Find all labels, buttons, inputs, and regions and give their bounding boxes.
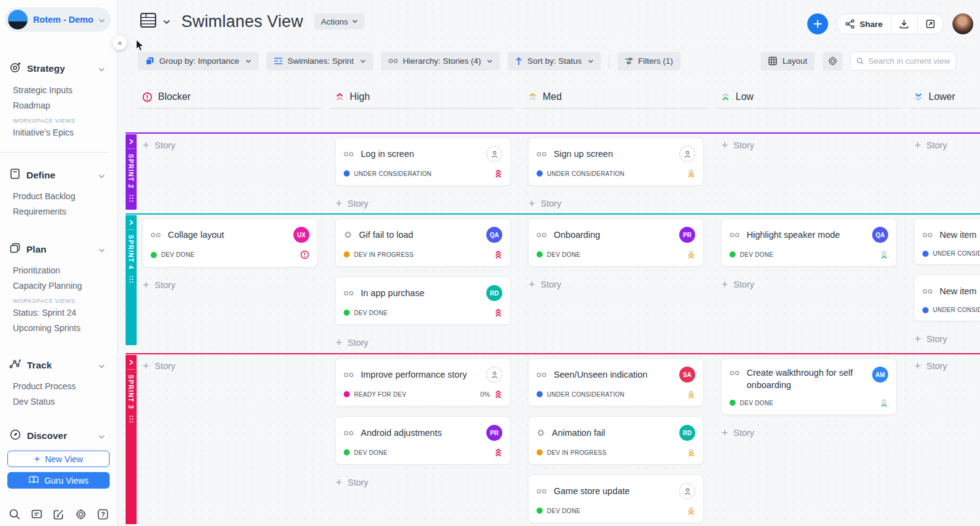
add-story-button[interactable]: +Story bbox=[528, 196, 704, 212]
card-create-walkthrough[interactable]: Create walkthrough for self onboarding A… bbox=[721, 358, 897, 415]
layout-button[interactable]: Layout bbox=[761, 52, 815, 71]
card-animation-fail[interactable]: Animation fail RD DEV IN PROGRESS bbox=[528, 416, 704, 465]
sidebar-item-dev-status[interactable]: Dev Status bbox=[13, 394, 117, 409]
swimlane-bar-sprint-4[interactable]: SPRINT 4 bbox=[126, 215, 137, 345]
card-in-app-purchase[interactable]: In app purchase RD DEV DONE bbox=[335, 276, 511, 325]
add-story-button[interactable]: +Story bbox=[914, 358, 980, 374]
assignee-avatar[interactable]: UX bbox=[293, 227, 309, 243]
card-game-store-update[interactable]: Game store update DEV DONE bbox=[528, 475, 704, 523]
sidebar-item-strategy[interactable]: Strategy bbox=[0, 59, 117, 78]
sidebar-item-roadmap[interactable]: Roadmap bbox=[13, 97, 117, 113]
card-new-item-1[interactable]: New item UNDER CONSIDERATION bbox=[914, 218, 980, 265]
add-story-button[interactable]: +Story bbox=[335, 196, 511, 212]
view-settings-button[interactable] bbox=[823, 52, 842, 71]
gear-icon[interactable] bbox=[74, 507, 88, 522]
group-by-chip[interactable]: Group by: Importance bbox=[138, 52, 258, 71]
chevron-down-icon bbox=[246, 59, 251, 63]
assignee-avatar[interactable]: SA bbox=[679, 367, 695, 383]
workspace-switcher[interactable]: Rotem - Demo bbox=[5, 7, 111, 32]
actions-button[interactable]: Actions bbox=[314, 13, 364, 29]
drag-handle-icon bbox=[129, 275, 134, 283]
card-improve-performance-story[interactable]: Improve performance story READY FOR DEV … bbox=[335, 358, 511, 406]
sidebar-item-status-sprint-24[interactable]: Status: Sprint 24 bbox=[13, 305, 117, 320]
status-dot bbox=[344, 391, 350, 397]
add-story-button[interactable]: +Story bbox=[914, 331, 980, 347]
swimlane-bar-sprint-2[interactable]: SPRINT 2 bbox=[126, 134, 137, 210]
view-type-icon[interactable] bbox=[140, 11, 157, 32]
share-button[interactable]: Share bbox=[837, 14, 891, 34]
sort-arrow-up-icon bbox=[515, 57, 522, 66]
sidebar-item-discover[interactable]: Discover bbox=[0, 426, 117, 446]
swimlane-sprint-2: SPRINT 2 +Story Log in screen UNDER CONS… bbox=[126, 132, 980, 213]
new-view-button[interactable]: + New View bbox=[7, 451, 110, 467]
hierarchy-chip[interactable]: Hierarchy: Stories (4) bbox=[381, 52, 500, 71]
priority-med-icon bbox=[687, 169, 695, 178]
add-story-button[interactable]: +Story bbox=[142, 358, 318, 374]
card-android-adjustments[interactable]: Android adjustments PR DEV DONE bbox=[335, 416, 511, 465]
sidebar-item-upcoming-sprints[interactable]: Upcoming Sprints bbox=[13, 320, 117, 335]
add-story-button[interactable]: +Story bbox=[528, 276, 704, 292]
card-onboarding[interactable]: Onboarding PR DEV DONE bbox=[528, 218, 704, 267]
sidebar-item-product-backlog[interactable]: Product Backlog bbox=[13, 188, 117, 204]
filters-chip[interactable]: Filters (1) bbox=[617, 52, 680, 71]
add-item-button[interactable] bbox=[807, 13, 828, 34]
sidebar-item-strategic-inputs[interactable]: Strategic Inputs bbox=[13, 82, 117, 97]
compose-icon[interactable] bbox=[51, 507, 66, 522]
assignee-avatar[interactable]: PR bbox=[486, 425, 502, 441]
sidebar: Rotem - Demo Strategy Strategic Inputs R… bbox=[0, 0, 118, 526]
unassigned-avatar-icon[interactable] bbox=[679, 483, 695, 499]
swimlane-bar-sprint-3[interactable]: SPRINT 3 bbox=[126, 355, 137, 524]
sidebar-item-requirements[interactable]: Requirements bbox=[13, 204, 117, 219]
add-story-button[interactable]: +Story bbox=[142, 137, 318, 153]
assignee-avatar[interactable]: PR bbox=[679, 227, 695, 243]
status-dot bbox=[729, 251, 736, 257]
guru-views-button[interactable]: Guru Views bbox=[7, 472, 110, 489]
card-collage-layout[interactable]: Collage layout UX DEV DONE bbox=[142, 218, 318, 267]
add-story-button[interactable]: +Story bbox=[721, 276, 897, 292]
help-icon[interactable]: ? bbox=[96, 507, 110, 522]
sort-by-chip[interactable]: Sort by: Status bbox=[508, 52, 601, 71]
add-story-button[interactable]: +Story bbox=[721, 137, 897, 153]
card-seen-unseen-indication[interactable]: Seen/Unseen indication SA UNDER CONSIDER… bbox=[528, 358, 704, 406]
card-gif-fail-to-load[interactable]: Gif fail to load QA DEV IN PROGRESS bbox=[335, 218, 511, 267]
chevron-down-icon bbox=[352, 20, 358, 23]
feedback-icon[interactable] bbox=[29, 507, 44, 522]
add-story-button[interactable]: +Story bbox=[335, 475, 511, 490]
add-story-button[interactable]: +Story bbox=[914, 137, 980, 153]
assignee-avatar[interactable]: QA bbox=[872, 227, 888, 243]
gear-icon bbox=[827, 56, 838, 66]
card-highlight-speaker-mode[interactable]: Highlight speaker mode QA DEV DONE bbox=[721, 218, 897, 267]
collapse-sidebar-button[interactable]: « bbox=[113, 36, 127, 50]
unassigned-avatar-icon[interactable] bbox=[679, 146, 695, 162]
swimlanes-chip[interactable]: Swimlanes: Sprint bbox=[266, 52, 373, 71]
card-new-item-2[interactable]: New item UNDER CONSIDERATION bbox=[914, 275, 980, 321]
card-sign-up-screen[interactable]: Sign up screen UNDER CONSIDERATION bbox=[528, 137, 704, 186]
sidebar-item-initiatives-epics[interactable]: Initiative’s Epics bbox=[13, 124, 117, 140]
download-button[interactable] bbox=[891, 14, 917, 34]
assignee-avatar[interactable]: RD bbox=[679, 425, 695, 441]
unassigned-avatar-icon[interactable] bbox=[486, 367, 502, 383]
sidebar-item-capacity-planning[interactable]: Capacity Planning bbox=[13, 278, 117, 293]
sidebar-item-track[interactable]: Track bbox=[0, 356, 117, 375]
card-log-in-screen[interactable]: Log in screen UNDER CONSIDERATION bbox=[335, 137, 511, 186]
sidebar-item-plan[interactable]: Plan bbox=[0, 240, 117, 259]
add-story-button[interactable]: +Story bbox=[721, 425, 897, 441]
search-icon[interactable] bbox=[7, 507, 22, 522]
sidebar-item-product-process[interactable]: Product Process bbox=[13, 378, 117, 394]
assignee-avatar[interactable]: RD bbox=[486, 285, 502, 301]
add-story-button[interactable]: +Story bbox=[335, 335, 511, 351]
fullscreen-button[interactable] bbox=[918, 14, 943, 34]
collapse-lane-icon bbox=[129, 219, 134, 226]
story-type-icon bbox=[344, 430, 354, 436]
sidebar-item-define[interactable]: Define bbox=[0, 166, 117, 185]
chevron-down-icon[interactable] bbox=[163, 16, 170, 27]
unassigned-avatar-icon[interactable] bbox=[486, 146, 502, 162]
story-type-icon bbox=[344, 151, 354, 157]
assignee-avatar[interactable]: QA bbox=[486, 227, 502, 243]
add-story-button[interactable]: +Story bbox=[142, 277, 318, 293]
user-avatar[interactable] bbox=[952, 13, 973, 34]
drag-handle-icon bbox=[129, 194, 134, 202]
sidebar-item-prioritization[interactable]: Prioritization bbox=[13, 262, 117, 278]
assignee-avatar[interactable]: AM bbox=[872, 367, 888, 383]
search-input[interactable]: Search in current view bbox=[850, 51, 956, 71]
